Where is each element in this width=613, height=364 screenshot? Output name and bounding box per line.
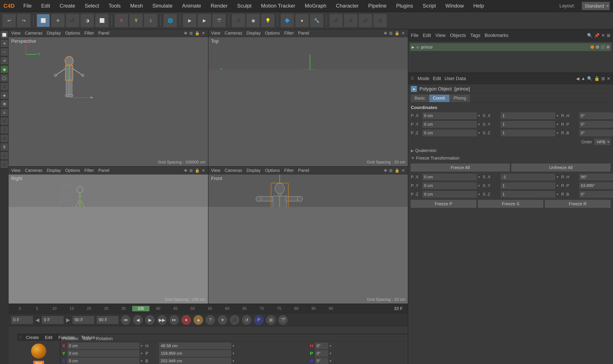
world-btn[interactable]: 🌐 [164, 14, 177, 27]
menu-simulate[interactable]: Simulate [151, 2, 174, 10]
vp-top-view[interactable]: View [211, 31, 220, 36]
scale-tool-btn[interactable]: ⬛ [66, 14, 79, 27]
tool-3[interactable]: $ [1, 143, 8, 151]
rotate-tool-btn[interactable]: ◑ [81, 14, 94, 27]
tool-brush[interactable]: ⬛ [1, 117, 8, 125]
tool-sculpt[interactable]: ✿ [1, 100, 8, 107]
attr-userdata[interactable]: User Data [444, 76, 466, 81]
pos-y-size-input[interactable] [159, 350, 231, 357]
mat-create[interactable]: Create [24, 334, 40, 341]
vp-persp-display[interactable]: Display [47, 31, 61, 36]
undo-btn[interactable]: ↩ [3, 14, 15, 27]
tool-move[interactable]: ✛ [1, 40, 8, 47]
attr-order-dropdown[interactable]: HPB [594, 139, 610, 145]
spline-btn[interactable]: ● [295, 14, 308, 27]
pos-y-rot-input[interactable] [315, 350, 328, 357]
freeze-sz-input[interactable] [501, 191, 555, 197]
menu-select[interactable]: Select [83, 2, 101, 10]
tool-magnet[interactable]: ⬛ [1, 135, 8, 142]
attr-edit[interactable]: Edit [433, 76, 441, 81]
unfreeze-all-btn[interactable]: Unfreeze All [511, 164, 610, 171]
mesh-btn[interactable]: 🔷 [281, 14, 294, 27]
attr-tab-basic[interactable]: Basic [411, 95, 429, 102]
menu-window[interactable]: Window [444, 2, 466, 10]
vp-persp-options[interactable]: Options [65, 31, 80, 36]
tl-help-btn[interactable]: ? [206, 315, 215, 325]
rp-pin-icon[interactable]: 📌 [594, 33, 600, 38]
vp-top-cameras[interactable]: Cameras [225, 31, 242, 36]
vp-right-expand-icon[interactable]: ⊞ [189, 168, 193, 173]
vp-front-cameras[interactable]: Cameras [225, 168, 242, 173]
attr-rp-input[interactable] [579, 121, 613, 128]
tool-live[interactable]: ⬛ [1, 83, 8, 90]
pos-z-size-input[interactable] [159, 358, 231, 364]
vp-right-lock-icon[interactable]: 🔒 [194, 168, 200, 173]
vp-persp-view[interactable]: View [11, 31, 21, 36]
particle-btn[interactable]: ⬛ [374, 14, 387, 27]
tl-current-frame[interactable] [42, 316, 64, 324]
menu-create[interactable]: Create [58, 2, 77, 10]
tl-mode-btn[interactable]: P [254, 315, 264, 325]
freeze-rb-input[interactable] [579, 191, 613, 197]
freeze-rh-input[interactable] [579, 174, 613, 180]
attr-mode[interactable]: Mode [417, 76, 429, 81]
vp-top-display[interactable]: Display [246, 31, 261, 36]
pos-y-input[interactable] [67, 350, 139, 357]
vp-persp-move-icon[interactable]: ✥ [184, 30, 188, 36]
rp-expand-icon[interactable]: ⊞ [607, 33, 610, 38]
freeze-r-btn[interactable]: Freeze R [545, 200, 610, 208]
freeze-s-btn[interactable]: Freeze S [478, 200, 544, 208]
tl-prev-frame-btn[interactable]: ◀ [133, 315, 143, 325]
vp-persp-cameras[interactable]: Cameras [25, 31, 42, 36]
freeze-all-btn[interactable]: Freeze All [411, 164, 510, 171]
attr-forward-icon[interactable]: ▲ [581, 76, 585, 81]
nurbs-btn[interactable]: 🔧 [310, 14, 323, 27]
viewport-right[interactable]: View Cameras Display Options Filter Pane… [9, 167, 208, 304]
tool-5[interactable]: ⬛ [1, 161, 8, 168]
menu-animate[interactable]: Animate [180, 2, 203, 10]
vp-right-cameras[interactable]: Cameras [25, 168, 42, 173]
freeze-py-input[interactable] [423, 182, 477, 189]
camera-btn[interactable]: ◉ [247, 14, 260, 27]
attr-sy-input[interactable] [501, 121, 555, 128]
attr-close-icon[interactable]: ✕ [607, 76, 610, 81]
pos-x-size-input[interactable] [159, 343, 231, 349]
mat-edit[interactable]: Edit [43, 334, 54, 341]
vp-right-view[interactable]: View [11, 168, 21, 173]
viewport-front[interactable]: View Cameras Display Options Filter Pane… [208, 167, 408, 304]
menu-edit[interactable]: Edit [40, 2, 52, 10]
attr-quaternion-section[interactable]: ▶ Quaternion [411, 147, 610, 154]
object-btn[interactable]: ⬛ [232, 14, 245, 27]
vp-front-display[interactable]: Display [246, 168, 261, 173]
vp-front-panel[interactable]: Panel [298, 168, 309, 173]
vp-top-lock-icon[interactable]: 🔒 [394, 30, 400, 36]
attr-rh-input[interactable] [579, 113, 613, 119]
select-tool-btn[interactable]: ⬜ [37, 14, 50, 27]
tl-snap-btn[interactable]: ⬛ [230, 315, 239, 325]
menu-motion-tracker[interactable]: Motion Tracker [259, 2, 297, 10]
pos-z-input[interactable] [67, 358, 139, 364]
menu-pipeline[interactable]: Pipeline [367, 2, 388, 10]
rp-bookmarks[interactable]: Bookmarks [485, 33, 508, 38]
viewport-top[interactable]: View Cameras Display Options Filter Pane… [208, 29, 408, 166]
vp-front-expand-icon[interactable]: ⊞ [389, 168, 393, 173]
vp-top-options[interactable]: Options [265, 31, 280, 36]
pos-x-input[interactable] [67, 343, 139, 349]
tool-knife[interactable]: ⚔ [1, 109, 8, 116]
vp-front-move-icon[interactable]: ✥ [383, 168, 387, 173]
tl-grid-btn[interactable]: ⊞ [266, 315, 276, 325]
tl-play-btn[interactable]: ▶ [145, 315, 155, 325]
freeze-px-input[interactable] [423, 174, 477, 180]
y-axis-btn[interactable]: Y [130, 14, 143, 27]
playback-btn[interactable]: 🎬 [213, 14, 226, 27]
vp-front-close-icon[interactable]: ✕ [401, 168, 405, 173]
menu-mograph[interactable]: MoGraph [303, 2, 328, 10]
menu-file[interactable]: File [22, 2, 33, 10]
menu-render[interactable]: Render [209, 2, 229, 10]
tl-loop-btn[interactable]: ↺ [242, 315, 252, 325]
render-btn[interactable]: ▶ [183, 14, 196, 27]
attr-lock-icon[interactable]: 🔒 [594, 76, 600, 81]
vp-right-close-icon[interactable]: ✕ [201, 168, 205, 173]
vp-persp-expand-icon[interactable]: ⊞ [189, 30, 193, 36]
menu-character[interactable]: Character [334, 2, 360, 10]
